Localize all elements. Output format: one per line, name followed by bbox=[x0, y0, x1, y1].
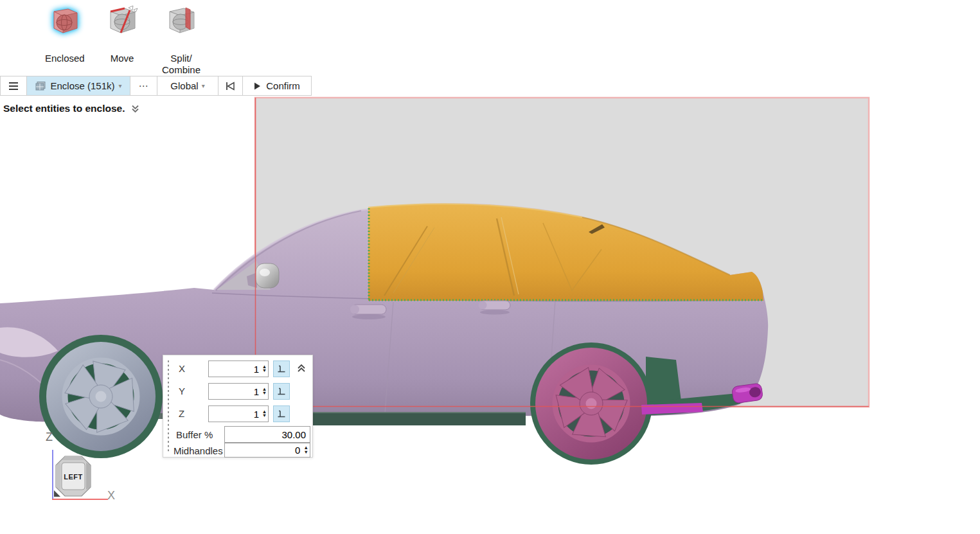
y-spinner[interactable]: ▲▼ bbox=[261, 384, 268, 399]
midhandles-label: Midhandles bbox=[174, 445, 223, 456]
midhandles-input[interactable] bbox=[225, 443, 302, 457]
play-icon bbox=[254, 82, 261, 90]
confirm-button[interactable]: Confirm bbox=[243, 76, 311, 95]
split-label-line1: Split/ bbox=[170, 53, 192, 64]
z-axis-field-label: Z bbox=[179, 408, 192, 419]
split-label-line2: Combine bbox=[162, 64, 200, 75]
x-symmetric-toggle[interactable] bbox=[273, 360, 290, 377]
enclosed-cube-icon bbox=[48, 3, 81, 36]
tool-split-combine-button[interactable]: Split/ Combine bbox=[162, 3, 200, 76]
z-spinner[interactable]: ▲▼ bbox=[261, 406, 268, 422]
x-axis-field-label: X bbox=[179, 363, 192, 374]
z-value-field[interactable]: ▲▼ bbox=[208, 405, 269, 422]
split-combine-cube-icon bbox=[165, 3, 198, 36]
z-symmetric-toggle[interactable] bbox=[273, 405, 290, 422]
x-spinner[interactable]: ▲▼ bbox=[261, 361, 268, 377]
chevron-down-icon: ▾ bbox=[119, 82, 122, 89]
door-handle-rear[interactable] bbox=[479, 301, 511, 315]
midhandles-spinner[interactable]: ▲▼ bbox=[302, 443, 310, 457]
panel-drag-handle[interactable] bbox=[167, 359, 170, 453]
z-value-input[interactable] bbox=[209, 406, 261, 422]
anchor-direction-icon bbox=[276, 386, 287, 396]
collapse-panel-button[interactable] bbox=[296, 363, 307, 373]
enclosure-dimensions-panel: X ▲▼ Y ▲▼ Z ▲▼ Buffer % Midhandles bbox=[163, 355, 313, 458]
enclose-dropdown-label: Enclose (151k) bbox=[50, 80, 114, 91]
buffer-field[interactable] bbox=[224, 426, 310, 443]
tool-enclosed-label: Enclosed bbox=[45, 53, 84, 64]
y-axis-field-label: Y bbox=[179, 386, 192, 396]
anchor-direction-icon bbox=[276, 409, 287, 419]
x-axis-label: X bbox=[107, 489, 115, 502]
status-prompt: Select entities to enclose. bbox=[3, 103, 125, 114]
tool-enclosed-button[interactable]: Enclosed bbox=[45, 3, 84, 64]
y-symmetric-toggle[interactable] bbox=[273, 383, 290, 400]
ellipsis-icon: ⋯ bbox=[139, 80, 149, 92]
global-dropdown-label: Global bbox=[170, 80, 198, 91]
confirm-button-label: Confirm bbox=[266, 80, 300, 91]
menu-button[interactable] bbox=[1, 76, 27, 95]
reset-button[interactable] bbox=[218, 76, 243, 95]
hamburger-icon bbox=[8, 82, 19, 91]
more-options-button[interactable]: ⋯ bbox=[130, 76, 157, 95]
anchor-direction-icon bbox=[276, 364, 287, 374]
underbody[interactable] bbox=[297, 412, 526, 425]
global-dropdown[interactable]: Global ▾ bbox=[157, 76, 218, 95]
x-value-field[interactable]: ▲▼ bbox=[208, 360, 269, 377]
y-value-field[interactable]: ▲▼ bbox=[208, 383, 269, 400]
z-axis-label: Z bbox=[46, 431, 53, 443]
tool-move-button[interactable]: Move bbox=[103, 3, 141, 64]
buffer-label: Buffer % bbox=[176, 429, 213, 440]
midhandles-field[interactable]: ▲▼ bbox=[224, 443, 310, 458]
buffer-input[interactable] bbox=[225, 427, 310, 442]
enclose-pane-icon bbox=[35, 81, 46, 91]
view-cube-face-label: LEFT bbox=[64, 473, 83, 481]
double-chevron-down-icon[interactable] bbox=[130, 104, 140, 114]
enclose-dropdown[interactable]: Enclose (151k) ▾ bbox=[27, 76, 130, 95]
car-model[interactable] bbox=[0, 204, 768, 465]
chevron-down-icon: ▾ bbox=[202, 82, 205, 89]
front-wheel[interactable] bbox=[46, 342, 156, 451]
status-bar: Select entities to enclose. bbox=[3, 103, 140, 114]
view-cube[interactable]: LEFT bbox=[54, 456, 91, 497]
tool-split-combine-label: Split/ Combine bbox=[162, 53, 200, 76]
tool-options-ribbon: Enclose (151k) ▾ ⋯ Global ▾ Confirm bbox=[0, 76, 312, 96]
y-value-input[interactable] bbox=[209, 384, 261, 399]
skip-to-start-icon bbox=[226, 82, 235, 91]
x-value-input[interactable] bbox=[209, 361, 261, 377]
rear-wheel[interactable] bbox=[535, 348, 647, 459]
move-cube-icon bbox=[105, 3, 139, 36]
door-handle-front[interactable] bbox=[350, 305, 386, 319]
tool-move-label: Move bbox=[103, 53, 141, 64]
